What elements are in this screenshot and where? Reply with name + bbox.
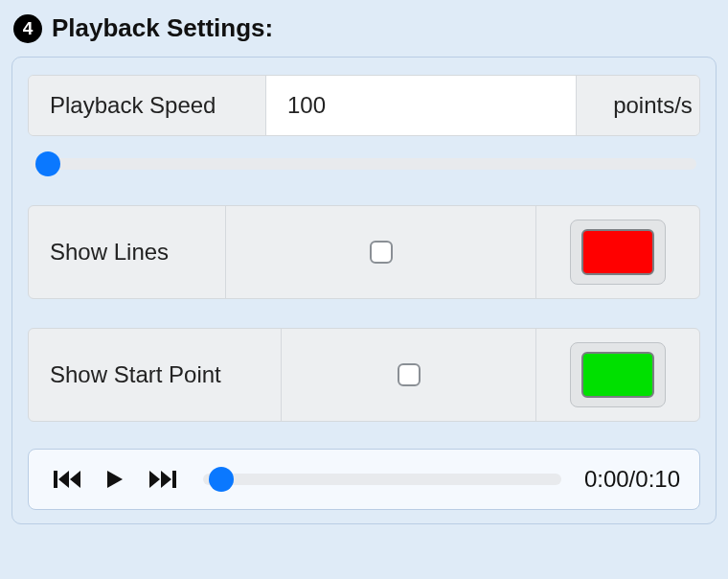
playback-speed-row: Playback Speed points/s xyxy=(28,75,700,136)
show-start-color-cell xyxy=(536,329,699,421)
playback-speed-label: Playback Speed xyxy=(29,76,266,135)
play-button[interactable] xyxy=(105,469,125,490)
show-start-label: Show Start Point xyxy=(29,329,282,421)
slider-track xyxy=(32,158,696,170)
svg-marker-2 xyxy=(70,471,80,488)
show-lines-check-cell xyxy=(226,206,536,298)
svg-marker-1 xyxy=(58,471,69,488)
show-lines-row: Show Lines xyxy=(28,205,700,299)
playback-speed-unit: points/s xyxy=(576,76,700,135)
show-start-checkbox[interactable] xyxy=(398,363,421,386)
svg-marker-3 xyxy=(107,471,123,488)
show-start-check-cell xyxy=(282,329,536,421)
svg-marker-5 xyxy=(161,471,171,488)
skip-back-icon xyxy=(54,469,82,490)
playback-speed-input[interactable] xyxy=(266,76,576,135)
show-lines-swatch xyxy=(581,229,654,275)
show-start-color-button[interactable] xyxy=(570,342,666,407)
playback-settings-panel: Playback Speed points/s Show Lines Show … xyxy=(11,57,717,524)
step-badge: 4 xyxy=(13,14,42,43)
step-number: 4 xyxy=(23,18,34,39)
playback-position-slider[interactable] xyxy=(199,467,565,492)
show-lines-color-button[interactable] xyxy=(570,220,666,285)
show-start-swatch xyxy=(581,352,654,398)
svg-marker-4 xyxy=(149,471,160,488)
playback-time: 0:00/0:10 xyxy=(584,466,680,493)
section-header: 4 Playback Settings: xyxy=(11,10,717,57)
show-start-row: Show Start Point xyxy=(28,328,700,422)
svg-rect-0 xyxy=(54,471,57,488)
show-lines-label: Show Lines xyxy=(29,206,226,298)
section-title: Playback Settings: xyxy=(52,13,273,43)
playback-bar: 0:00/0:10 xyxy=(28,449,700,510)
skip-forward-button[interactable] xyxy=(148,469,176,490)
playback-speed-slider[interactable] xyxy=(28,151,700,176)
show-lines-checkbox[interactable] xyxy=(370,241,393,264)
show-lines-color-cell xyxy=(536,206,699,298)
play-icon xyxy=(105,469,125,490)
playback-buttons xyxy=(54,469,176,490)
slider-thumb[interactable] xyxy=(35,151,60,176)
svg-rect-6 xyxy=(172,471,176,488)
playback-slider-track xyxy=(203,474,561,485)
playback-slider-thumb[interactable] xyxy=(209,467,234,492)
skip-forward-icon xyxy=(148,469,176,490)
skip-back-button[interactable] xyxy=(54,469,82,490)
